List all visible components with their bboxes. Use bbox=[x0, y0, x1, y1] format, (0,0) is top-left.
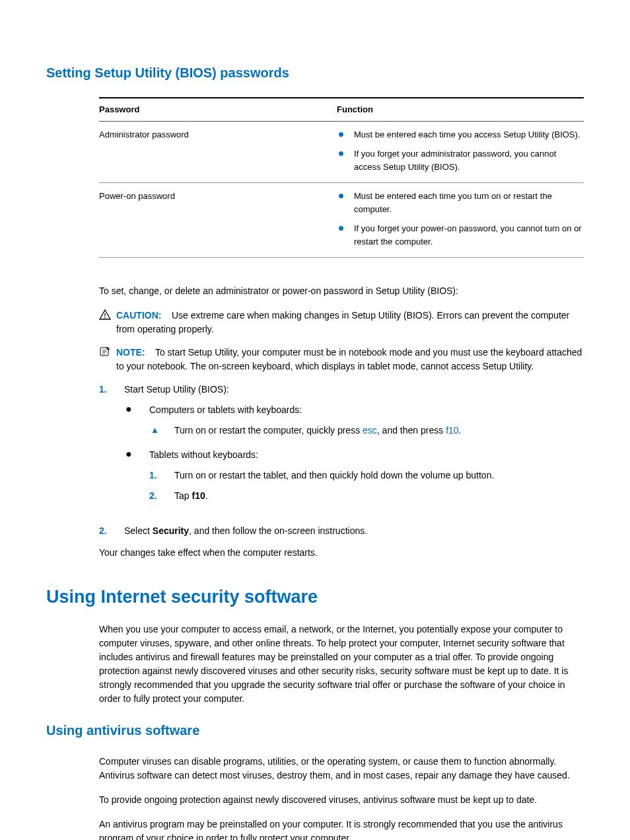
antivirus-paragraph-1: Computer viruses can disable programs, u… bbox=[99, 755, 584, 783]
sub-steps: 1. Turn on or restart the tablet, and th… bbox=[149, 469, 584, 503]
antivirus-paragraph-2: To provide ongoing protection against ne… bbox=[99, 793, 584, 807]
note-icon bbox=[99, 346, 116, 361]
table-header-function: Function bbox=[337, 103, 584, 116]
sub-step: 1. Turn on or restart the tablet, and th… bbox=[149, 469, 584, 482]
antivirus-paragraph-3: An antivirus program may be preinstalled… bbox=[99, 818, 584, 841]
bullet-icon: • bbox=[337, 147, 354, 173]
sub-list: ● Computers or tablets with keyboards: ▲… bbox=[124, 403, 584, 510]
table-header-password: Password bbox=[99, 103, 337, 116]
table-header-row: Password Function bbox=[99, 97, 584, 122]
bullet-icon: • bbox=[337, 128, 354, 141]
note-text bbox=[147, 347, 155, 358]
triangle-icon: ▲ bbox=[149, 424, 174, 438]
password-name: Power-on password bbox=[99, 190, 337, 248]
sub-step: 2. Tap f10. bbox=[149, 489, 584, 503]
table-row: Power-on password • Must be entered each… bbox=[99, 183, 584, 258]
sub-item: ● Computers or tablets with keyboards: ▲… bbox=[124, 403, 584, 441]
step-text: Start Setup Utility (BIOS): bbox=[124, 384, 229, 395]
sub-item-label: Tablets without keyboards: bbox=[149, 449, 258, 460]
step-item: 2. Select Security, and then follow the … bbox=[99, 524, 584, 538]
caution-label: CAUTION: bbox=[116, 310, 161, 321]
password-name: Administrator password bbox=[99, 128, 337, 174]
heading-antivirus: Using antivirus software bbox=[46, 720, 584, 740]
key-esc: esc bbox=[363, 425, 377, 436]
sub-step-text: Turn on or restart the tablet, and then … bbox=[174, 469, 584, 482]
list-item: • If you forget your power-on password, … bbox=[337, 222, 584, 248]
sub-item: ● Tablets without keyboards: 1. Turn on … bbox=[124, 448, 584, 510]
intro-paragraph: To set, change, or delete an administrat… bbox=[99, 284, 584, 298]
bullet-text: If you forget your administrator passwor… bbox=[354, 147, 584, 173]
bullet-icon: ● bbox=[124, 403, 149, 441]
note-callout: NOTE: To start Setup Utility, your compu… bbox=[99, 346, 584, 373]
list-item: • If you forget your administrator passw… bbox=[337, 147, 584, 173]
table-row: Administrator password • Must be entered… bbox=[99, 122, 584, 184]
step-number: 1. bbox=[99, 383, 124, 516]
sub-item-label: Computers or tablets with keyboards: bbox=[149, 404, 302, 415]
step-text: Select bbox=[124, 525, 153, 536]
tri-text: . bbox=[459, 425, 462, 436]
step-item: 1. Start Setup Utility (BIOS): ● Compute… bbox=[99, 383, 584, 516]
function-list: • Must be entered each time you access S… bbox=[337, 128, 584, 174]
step-number: 2. bbox=[99, 524, 124, 538]
list-item: • Must be entered each time you turn on … bbox=[337, 190, 584, 215]
bullet-text: Must be entered each time you access Set… bbox=[354, 128, 584, 141]
step-text: , and then follow the on-screen instruct… bbox=[189, 525, 367, 536]
bullet-icon: ● bbox=[124, 448, 149, 510]
caution-text bbox=[164, 310, 172, 321]
tri-text: , and then press bbox=[377, 425, 446, 436]
sub-step-text: . bbox=[205, 490, 208, 501]
triangle-step: ▲ Turn on or restart the computer, quick… bbox=[149, 424, 584, 438]
bullet-text: If you forget your power-on password, yo… bbox=[354, 222, 584, 248]
bullet-text: Must be entered each time you turn on or… bbox=[354, 190, 584, 215]
steps-list: 1. Start Setup Utility (BIOS): ● Compute… bbox=[99, 383, 584, 538]
sub-step-text: Tap bbox=[174, 490, 192, 501]
note-text: To start Setup Utility, your computer mu… bbox=[116, 347, 582, 371]
sub-step-number: 2. bbox=[149, 489, 174, 503]
key-f10: f10 bbox=[446, 425, 458, 436]
tri-text: Turn on or restart the computer, quickly… bbox=[174, 425, 363, 436]
bullet-icon: • bbox=[337, 190, 354, 215]
caution-text: Use extreme care when making changes in … bbox=[116, 310, 569, 334]
svg-point-1 bbox=[104, 317, 106, 319]
effect-paragraph: Your changes take effect when the comput… bbox=[99, 546, 584, 560]
security-bold: Security bbox=[153, 525, 189, 536]
heading-internet-security: Using Internet security software bbox=[46, 584, 584, 611]
function-list: • Must be entered each time you turn on … bbox=[337, 190, 584, 248]
internet-paragraph: When you use your computer to access ema… bbox=[99, 623, 584, 706]
key-f10-bold: f10 bbox=[192, 490, 205, 501]
caution-callout: CAUTION: Use extreme care when making ch… bbox=[99, 309, 584, 336]
bios-password-table: Password Function Administrator password… bbox=[99, 97, 584, 258]
caution-icon bbox=[99, 309, 116, 324]
note-label: NOTE: bbox=[116, 347, 145, 358]
sub-step-number: 1. bbox=[149, 469, 174, 482]
list-item: • Must be entered each time you access S… bbox=[337, 128, 584, 141]
bullet-icon: • bbox=[337, 222, 354, 248]
heading-bios-passwords: Setting Setup Utility (BIOS) passwords bbox=[46, 63, 584, 83]
